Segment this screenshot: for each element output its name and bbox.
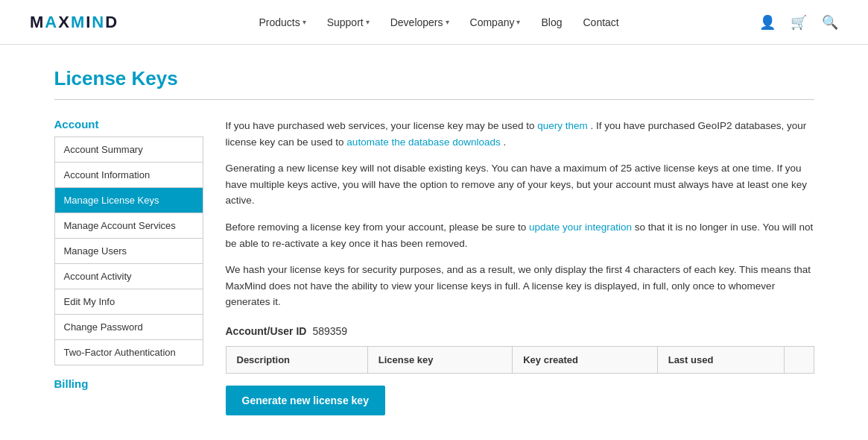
sidebar-item-manage-account-services[interactable]: Manage Account Services <box>55 213 203 239</box>
nav-developers[interactable]: Developers ▾ <box>390 16 449 28</box>
logo-n: N <box>92 13 105 32</box>
sidebar-item-manage-users[interactable]: Manage Users <box>55 239 203 264</box>
intro-paragraph-4: We hash your license keys for security p… <box>226 262 814 310</box>
nav-contact[interactable]: Contact <box>583 16 618 28</box>
sidebar: Account Account Summary Account Informat… <box>54 118 203 415</box>
main-nav: Products ▾ Support ▾ Developers ▾ Compan… <box>259 16 618 28</box>
cart-icon[interactable]: 🛒 <box>791 14 807 31</box>
page-title: License Keys <box>54 67 814 90</box>
query-them-link[interactable]: query them <box>537 120 588 131</box>
user-icon[interactable]: 👤 <box>759 14 776 31</box>
col-key-created: Key created <box>513 346 657 373</box>
logo-d: D <box>105 13 118 32</box>
sidebar-item-manage-license-keys[interactable]: Manage License Keys <box>55 188 203 213</box>
update-integration-link[interactable]: update your integration <box>529 221 632 233</box>
sidebar-section-billing: Billing <box>54 377 203 390</box>
title-divider <box>54 99 814 100</box>
license-table: Description License key Key created Last… <box>226 346 814 374</box>
intro-paragraph-3: Before removing a license key from your … <box>226 219 814 251</box>
col-license-key: License key <box>367 346 512 373</box>
chevron-down-icon: ▾ <box>366 18 370 26</box>
account-user-label: Account/User ID <box>226 325 307 337</box>
logo-x: X <box>58 13 71 32</box>
sidebar-item-account-activity[interactable]: Account Activity <box>55 264 203 289</box>
generate-new-license-key-button[interactable]: Generate new license key <box>226 386 385 415</box>
nav-support[interactable]: Support ▾ <box>327 16 370 28</box>
sidebar-menu: Account Summary Account Information Mana… <box>54 136 203 365</box>
sidebar-item-two-factor-auth[interactable]: Two-Factor Authentication <box>55 340 203 365</box>
intro-paragraph-1: If you have purchased web services, your… <box>226 118 814 150</box>
col-actions <box>784 346 814 373</box>
logo-max: M <box>30 13 45 32</box>
nav-company[interactable]: Company ▾ <box>470 16 521 28</box>
sidebar-item-edit-my-info[interactable]: Edit My Info <box>55 289 203 315</box>
chevron-down-icon: ▾ <box>302 18 306 26</box>
sidebar-item-account-information[interactable]: Account Information <box>55 163 203 188</box>
nav-products[interactable]: Products ▾ <box>259 16 305 28</box>
logo[interactable]: MAXMIND <box>30 13 118 32</box>
content-layout: Account Account Summary Account Informat… <box>54 118 814 415</box>
sidebar-item-account-summary[interactable]: Account Summary <box>55 137 203 163</box>
nav-blog[interactable]: Blog <box>541 16 562 28</box>
search-icon[interactable]: 🔍 <box>822 14 838 31</box>
page-wrapper: License Keys Account Account Summary Acc… <box>25 45 844 438</box>
account-user-value: 589359 <box>312 325 347 337</box>
main-content: If you have purchased web services, your… <box>226 118 814 415</box>
sidebar-section-account: Account <box>54 118 203 131</box>
col-last-used: Last used <box>657 346 784 373</box>
account-user-row: Account/User ID 589359 <box>226 325 814 337</box>
automate-downloads-link[interactable]: automate the database downloads <box>346 136 500 148</box>
intro-paragraph-2: Generating a new license key will not di… <box>226 160 814 209</box>
header-icons: 👤 🛒 🔍 <box>759 14 838 31</box>
chevron-down-icon: ▾ <box>516 18 520 26</box>
chevron-down-icon: ▾ <box>446 18 449 26</box>
logo-a: A <box>45 13 58 32</box>
header: MAXMIND Products ▾ Support ▾ Developers … <box>0 0 868 45</box>
logo-m: M <box>71 13 86 32</box>
col-description: Description <box>226 346 367 373</box>
sidebar-item-change-password[interactable]: Change Password <box>55 315 203 340</box>
logo-i: I <box>86 13 92 32</box>
